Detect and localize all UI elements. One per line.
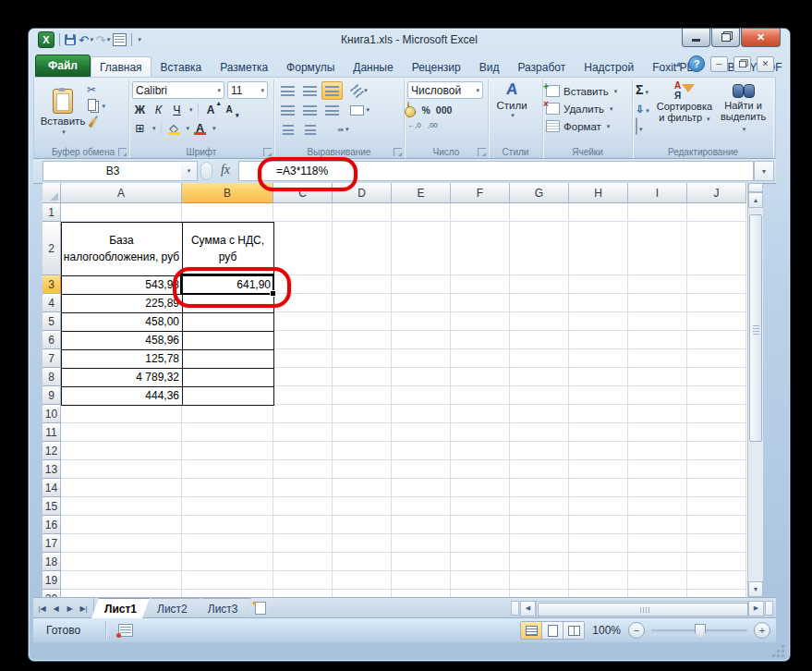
- row-header-15[interactable]: 15: [42, 497, 61, 516]
- decrease-decimal-button[interactable]: ,00: [428, 121, 438, 129]
- format-cells-button[interactable]: Формат ▾: [546, 117, 629, 135]
- font-family-select[interactable]: Calibri ▾: [132, 81, 224, 99]
- ribbon-tab-developer[interactable]: Разработ: [508, 56, 575, 77]
- row-header-19[interactable]: 19: [42, 571, 61, 590]
- wrap-text-button[interactable]: ⇛▾: [333, 120, 354, 139]
- row-header-8[interactable]: 8: [42, 368, 61, 386]
- row-header-18[interactable]: 18: [42, 553, 61, 571]
- clear-button[interactable]: ▾: [636, 118, 649, 135]
- name-box-dropdown[interactable]: ▾: [181, 161, 198, 181]
- zoom-in-button[interactable]: +: [754, 622, 770, 639]
- row-header-2[interactable]: 2: [42, 222, 61, 275]
- horizontal-split-handle[interactable]: [765, 601, 773, 616]
- macro-record-icon[interactable]: [118, 624, 133, 637]
- row-header-11[interactable]: 11: [42, 423, 61, 442]
- row-header-10[interactable]: 10: [42, 405, 61, 423]
- sheet-tab-2[interactable]: Лист2: [144, 598, 200, 618]
- help-icon[interactable]: ?: [688, 55, 705, 72]
- column-header-H[interactable]: H: [569, 183, 628, 203]
- format-painter-button[interactable]: [87, 116, 105, 129]
- borders-button[interactable]: ⊞: [132, 120, 148, 136]
- fill-button[interactable]: ⇩▾: [636, 100, 649, 116]
- zoom-slider[interactable]: [651, 629, 747, 632]
- dialog-launcher-icon[interactable]: [394, 148, 402, 156]
- italic-button[interactable]: К: [151, 102, 166, 117]
- vertical-scrollbar[interactable]: ▲ ▼: [747, 183, 763, 597]
- horizontal-scroll-track[interactable]: [536, 601, 748, 616]
- minimize-button[interactable]: [682, 29, 710, 47]
- workbook-restore-button[interactable]: [733, 56, 751, 72]
- column-header-I[interactable]: I: [628, 183, 687, 203]
- zoom-out-button[interactable]: −: [628, 622, 645, 639]
- row-header-14[interactable]: 14: [42, 479, 61, 497]
- column-header-J[interactable]: J: [687, 183, 746, 203]
- align-top-button[interactable]: [277, 81, 298, 100]
- sheet-tab-3[interactable]: Лист3: [195, 598, 251, 618]
- row-header-20[interactable]: 20: [42, 590, 61, 597]
- underline-button[interactable]: Ч: [169, 102, 185, 117]
- vertical-split-handle[interactable]: [748, 183, 763, 192]
- ribbon-tab-file[interactable]: Файл: [35, 55, 91, 77]
- column-header-B[interactable]: B: [182, 183, 273, 203]
- dialog-launcher-icon[interactable]: [263, 148, 272, 156]
- ribbon-tab-addins[interactable]: Надстрой: [575, 56, 643, 77]
- row-header-4[interactable]: 4: [42, 294, 61, 312]
- ribbon-tab-formulas[interactable]: Формулы: [277, 56, 344, 77]
- row-header-5[interactable]: 5: [42, 312, 61, 331]
- cell-A8[interactable]: 4 789,32: [61, 368, 182, 386]
- expand-formula-bar-button[interactable]: ▾: [754, 161, 774, 181]
- row-header-17[interactable]: 17: [42, 534, 61, 553]
- sheet-tab-1[interactable]: Лист1: [91, 598, 150, 618]
- row-header-6[interactable]: 6: [42, 331, 61, 349]
- ribbon-tab-review[interactable]: Рецензир: [403, 56, 470, 77]
- column-header-A[interactable]: A: [61, 183, 182, 203]
- workbook-close-button[interactable]: ✕: [757, 56, 774, 72]
- shrink-font-button[interactable]: A▾: [222, 102, 237, 117]
- close-button[interactable]: ✕: [741, 29, 781, 47]
- page-break-view-button[interactable]: [564, 622, 584, 639]
- fill-color-button[interactable]: ◇: [166, 120, 182, 136]
- font-color-button[interactable]: А: [192, 120, 208, 136]
- comma-style-button[interactable]: 000: [436, 104, 453, 116]
- cell-A2[interactable]: База налогообложения, руб: [61, 222, 182, 275]
- align-right-button[interactable]: [321, 101, 343, 119]
- ribbon-tab-layout[interactable]: Разметка: [211, 56, 277, 77]
- row-header-9[interactable]: 9: [42, 386, 61, 405]
- column-header-E[interactable]: E: [392, 183, 451, 203]
- cell-A9[interactable]: 444,36: [61, 386, 182, 405]
- formula-input[interactable]: =A3*118%: [238, 161, 754, 181]
- horizontal-scroll-thumb[interactable]: [538, 603, 748, 616]
- prev-sheet-button[interactable]: ◀: [50, 604, 62, 613]
- restore-button[interactable]: [711, 29, 740, 47]
- number-format-select[interactable]: Числовой ▾: [407, 81, 483, 99]
- dialog-launcher-icon[interactable]: [118, 148, 127, 156]
- bold-button[interactable]: Ж: [132, 102, 148, 117]
- cut-button[interactable]: ✂: [87, 82, 105, 96]
- resize-grip[interactable]: [772, 644, 785, 657]
- currency-format-button[interactable]: ▾: [407, 102, 417, 118]
- paste-button[interactable]: Вставить ▾: [41, 80, 85, 144]
- next-sheet-button[interactable]: ▶: [64, 604, 76, 613]
- dialog-launcher-icon[interactable]: [478, 148, 486, 156]
- formula-bar-splitter[interactable]: [200, 162, 212, 180]
- selected-cell-outline[interactable]: [180, 274, 274, 295]
- styles-button[interactable]: A Стили ▾: [491, 80, 532, 119]
- cell-A5[interactable]: 458,00: [61, 312, 182, 331]
- page-layout-view-button[interactable]: [542, 622, 564, 639]
- find-select-button[interactable]: Найти и выделить ▾: [716, 80, 770, 144]
- cell-A3[interactable]: 543,98: [61, 275, 182, 294]
- ribbon-tab-home[interactable]: Главная: [91, 56, 151, 77]
- merge-center-button[interactable]: ▾: [349, 101, 370, 119]
- cell-B2[interactable]: Сумма с НДС, руб: [182, 222, 273, 275]
- increase-indent-button[interactable]: [299, 120, 321, 139]
- row-header-7[interactable]: 7: [42, 349, 61, 368]
- scroll-right-button[interactable]: ▶: [748, 601, 764, 616]
- first-sheet-button[interactable]: |◀: [36, 604, 48, 613]
- tab-split-handle[interactable]: [511, 601, 519, 616]
- sort-filter-button[interactable]: Сортировка и фильтр ▾: [653, 80, 716, 144]
- ribbon-tab-view[interactable]: Вид: [470, 56, 509, 77]
- normal-view-button[interactable]: [521, 622, 542, 639]
- collapse-ribbon-icon[interactable]: [675, 62, 683, 67]
- scroll-up-button[interactable]: ▲: [748, 192, 763, 208]
- row-header-3[interactable]: 3: [42, 275, 61, 294]
